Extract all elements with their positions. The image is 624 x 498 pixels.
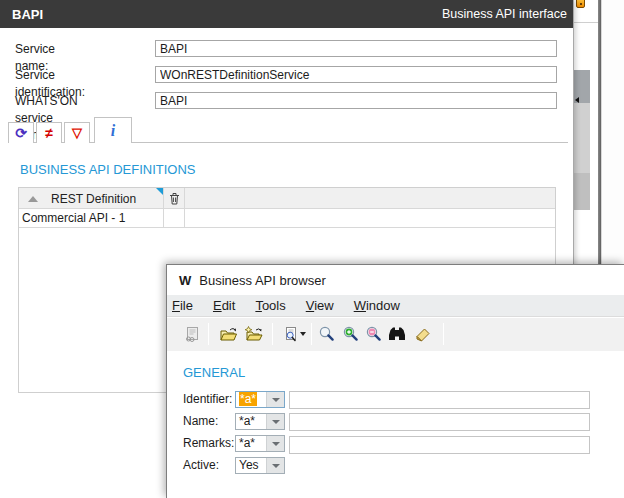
menu-tools[interactable]: Tools (245, 296, 295, 315)
service-identification-input[interactable] (155, 66, 557, 83)
zoom-in-icon[interactable] (339, 322, 363, 346)
active-combo[interactable]: Yes (235, 457, 285, 474)
browser-titlebar[interactable]: W Business API browser (167, 265, 624, 295)
info-icon: i (111, 124, 115, 138)
toolbar-separator (208, 323, 209, 345)
column-header-delete[interactable] (165, 188, 185, 209)
whatson-logo-icon: W (179, 273, 190, 288)
not-equal-icon: ≠ (45, 126, 53, 140)
table-row[interactable]: Commercial API - 1 (19, 209, 555, 228)
menubar: File Edit Tools View Window (167, 295, 624, 317)
form-link-disabled-icon (180, 322, 204, 346)
identifier-combo-value: *a* (239, 392, 257, 406)
eraser-icon[interactable] (410, 322, 434, 346)
remarks-combo-value: *a* (236, 436, 266, 451)
browser-window-title: Business API browser (199, 273, 325, 288)
binoculars-find-icon[interactable] (385, 322, 409, 346)
tabstrip-baseline (8, 142, 568, 143)
toolbar (167, 318, 624, 351)
identifier-input[interactable] (289, 391, 590, 409)
name-combo-value: *a* (236, 414, 266, 429)
active-combo-value: Yes (236, 458, 266, 473)
divider (574, 22, 598, 23)
active-label: Active: (183, 457, 219, 474)
open-folder-new-icon[interactable] (242, 322, 266, 346)
name-combo[interactable]: *a* (235, 413, 285, 430)
delete-cell[interactable] (165, 209, 185, 228)
general-heading: GENERAL (183, 365, 245, 380)
window-title: BAPI (12, 7, 43, 22)
table-header-row: REST Definition (19, 188, 555, 209)
remarks-label: Remarks: (183, 435, 234, 452)
name-label: Name: (183, 413, 218, 430)
trash-icon (169, 192, 180, 205)
identifier-combo-arrow-icon[interactable] (266, 392, 284, 407)
tab-triangle-down[interactable]: ▽ (64, 122, 90, 143)
background-scrollbar[interactable] (574, 70, 590, 210)
column-header-rest-definition[interactable]: REST Definition (19, 188, 164, 209)
magnifier-icon[interactable] (315, 322, 339, 346)
remarks-combo-arrow-icon[interactable] (266, 436, 284, 451)
window-bapi-titlebar[interactable]: BAPI Business API interface (0, 0, 573, 28)
menu-window[interactable]: Window (344, 296, 410, 315)
background-window-far (601, 0, 624, 265)
remarks-input[interactable] (289, 436, 590, 454)
tab-info[interactable]: i (94, 117, 132, 143)
toolbar-separator (272, 323, 273, 345)
screen: BAPI Business API interface Service name… (0, 0, 624, 498)
menu-file[interactable]: File (167, 296, 203, 315)
refresh-icon: ⟳ (15, 126, 27, 140)
tab-not-equal[interactable]: ≠ (36, 122, 62, 143)
toolbar-separator (443, 323, 444, 345)
menu-edit[interactable]: Edit (203, 296, 245, 315)
name-input[interactable] (289, 413, 590, 431)
identifier-label: Identifier: (183, 391, 232, 408)
triangle-down-icon: ▽ (72, 126, 82, 140)
menu-view[interactable]: View (296, 296, 344, 315)
sort-ascending-icon (28, 196, 38, 202)
warning-icon (576, 0, 585, 8)
remarks-combo[interactable]: *a* (235, 435, 285, 452)
tab-refresh[interactable]: ⟳ (8, 122, 34, 143)
preview-dropdown-arrow-icon[interactable] (300, 332, 306, 336)
name-combo-arrow-icon[interactable] (266, 414, 284, 429)
open-folder-icon[interactable] (217, 322, 241, 346)
active-combo-arrow-icon[interactable] (266, 458, 284, 473)
window-business-api-browser: W Business API browser File Edit Tools V… (166, 264, 624, 498)
whatson-service-name-input[interactable] (155, 92, 557, 109)
service-name-input[interactable] (155, 40, 557, 57)
rest-definition-cell[interactable]: Commercial API - 1 (19, 209, 164, 228)
zoom-out-icon[interactable] (362, 322, 386, 346)
preview-document-icon[interactable] (278, 322, 302, 346)
business-api-definitions-heading: BUSINESS API DEFINITIONS (20, 162, 196, 177)
identifier-combo[interactable]: *a* (235, 391, 285, 408)
filter-corner-icon (156, 188, 163, 195)
scroll-arrow-icon (575, 97, 579, 103)
background-window-strip (574, 0, 598, 265)
window-subtitle: Business API interface (442, 7, 567, 21)
column-header-label: REST Definition (51, 192, 136, 206)
toolbar-separator (311, 323, 312, 345)
